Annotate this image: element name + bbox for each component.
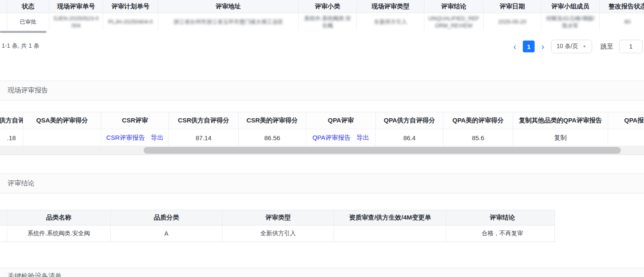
audit-conclusion-cell: 合格，不再复审 xyxy=(446,225,558,242)
section-title: 评审结论 xyxy=(8,179,35,188)
chevron-down-icon: ▼ xyxy=(582,44,587,48)
next-page-icon[interactable]: › xyxy=(541,42,545,51)
qpa-supplier-score-cell: 86.4 xyxy=(376,129,443,146)
conclusion-header-row: 品类名称 品质分类 评审类型 资质审查/供方生效/4M变更单 评审结论 xyxy=(0,210,554,225)
header-quality-class: 品质分类 xyxy=(111,210,223,225)
row-cut-column xyxy=(0,13,7,30)
header-category-name: 品类名称 xyxy=(7,210,111,225)
conclusion-cell: UNQUALIFIED_REFORM_REVIEW xyxy=(424,13,484,30)
report-status-cell: 60 xyxy=(600,13,644,30)
csr-report-link[interactable]: CSR评审报告 xyxy=(106,134,145,142)
csr-midea-score-cell: 86.56 xyxy=(239,129,306,146)
page-size-select[interactable]: 10 条/页 ▼ xyxy=(551,40,592,53)
header-qualification-4m: 资质审查/供方生效/4M变更单 xyxy=(334,210,446,225)
header-conclusion: 评审结论 xyxy=(424,0,484,13)
scores-header-row: QSA供方自评得分 QSA美的评审得分 CSR评审 CSR供方自评得分 CSR美… xyxy=(0,112,644,129)
copy-action[interactable]: 复制 xyxy=(554,134,567,142)
header-address: 评审地址 xyxy=(158,0,299,13)
header-csr-supplier-score: CSR供方自评得分 xyxy=(169,112,239,129)
csr-export-link[interactable]: 导出 xyxy=(151,134,163,142)
top-table-hscrollbar-thumb[interactable] xyxy=(0,31,46,33)
csr-supplier-score-cell: 87.14 xyxy=(169,129,239,146)
subcategory-cell: 系统件.系统阀类.安全阀 xyxy=(299,13,357,30)
report-scores-table: QSA供方自评得分 QSA美的评审得分 CSR评审 CSR供方自评得分 CSR美… xyxy=(0,112,644,146)
team-cell: 何晓东/白云峰/谭丽/陈水军 xyxy=(541,13,600,30)
qpa-export-link[interactable]: 导出 xyxy=(356,134,369,142)
qpa-report-link[interactable]: QPA评审报告 xyxy=(312,134,351,142)
csr-audit-cell: CSR评审报告导出 xyxy=(101,129,169,146)
header-subcategory: 评审小类 xyxy=(299,0,357,13)
plan-no-cell: PLJH-20250404-0 xyxy=(103,13,158,30)
scores-table-hscrollbar[interactable] xyxy=(0,146,644,155)
section-header-conclusion[interactable]: 评审结论 xyxy=(0,174,644,193)
audit-type-cell: 全新供方引入 xyxy=(357,13,424,30)
header-qpa-report-cut: QPA报告 xyxy=(608,112,644,129)
header-cut-column xyxy=(0,210,7,225)
audit-list-header-row: 状态 现场评审单号 评审计划单号 评审地址 评审小类 现场评审类型 评审结论 评… xyxy=(0,0,644,13)
quality-class-cell: A xyxy=(111,225,223,242)
header-date: 评审日期 xyxy=(484,0,541,13)
section-header-equipment-cut[interactable]: 关键检验设备清单 xyxy=(0,268,644,277)
header-copy-qpa-report: 复制其他品类的QPA评审报告 xyxy=(513,112,608,129)
pagination-bar: 第 1-1 条, 共 1 条 ‹ 1 › 10 条/页 ▼ 跳至 xyxy=(0,37,644,56)
page-size-value: 10 条/页 xyxy=(557,43,578,50)
section-header-report[interactable]: 现场评审报告 xyxy=(0,81,644,100)
top-table-hscrollbar[interactable] xyxy=(0,31,644,33)
section-title: 现场评审报告 xyxy=(8,86,48,95)
status-cell: 已审批 xyxy=(7,13,49,30)
audit-no-cell: SJEN-20250523-0004 xyxy=(49,13,103,30)
conclusion-table: 品类名称 品质分类 评审类型 资质审查/供方生效/4M变更单 评审结论 系统件.… xyxy=(0,210,555,242)
date-cell: 2025-05-20 xyxy=(484,13,541,30)
header-csr-audit: CSR评审 xyxy=(101,112,169,129)
header-report-status: 整改报告状态 xyxy=(600,0,644,13)
pagination-summary: 第 1-1 条, 共 1 条 xyxy=(0,42,39,50)
header-audit-no: 现场评审单号 xyxy=(49,0,103,13)
header-qsa-supplier-score: QSA供方自评得分 xyxy=(0,112,23,129)
header-qsa-midea-score: QSA美的评审得分 xyxy=(23,112,101,129)
pagination-controls: ‹ 1 › 10 条/页 ▼ 跳至 xyxy=(512,37,643,56)
audit-type-cell: 全新供方引入 xyxy=(223,225,334,242)
copy-qpa-report-cell: 复制 xyxy=(513,129,608,146)
header-qpa-audit: QPA评审 xyxy=(306,112,376,129)
header-csr-midea-score: CSR美的评审得分 xyxy=(239,112,306,129)
header-audit-type: 现场评审类型 xyxy=(357,0,424,13)
qsa-supplier-score-cell: .18 xyxy=(0,129,23,146)
qpa-report-cut-cell xyxy=(608,129,644,146)
jump-to-page-input[interactable] xyxy=(619,40,643,53)
qpa-audit-cell: QPA评审报告导出 xyxy=(306,129,376,146)
page-number-button[interactable]: 1 xyxy=(523,41,535,52)
header-audit-conclusion: 评审结论 xyxy=(446,210,558,225)
header-status: 状态 xyxy=(7,0,49,13)
header-plan-no: 评审计划单号 xyxy=(103,0,158,13)
address-cell: 浙江省台州市浙江省玉环市楚门镇大塘工业区 xyxy=(158,13,299,30)
qpa-midea-score-cell: 85.6 xyxy=(443,129,513,146)
qsa-midea-score-cell xyxy=(23,129,101,146)
category-name-cell: 系统件.系统阀类.安全阀 xyxy=(7,225,111,242)
table-row[interactable]: 已审批 SJEN-20250523-0004 PLJH-20250404-0 浙… xyxy=(0,13,644,30)
prev-page-icon[interactable]: ‹ xyxy=(512,42,517,51)
header-team: 评审小组成员 xyxy=(541,0,600,13)
row-cut-column xyxy=(0,225,7,242)
header-qpa-supplier-score: QPA供方自评得分 xyxy=(376,112,443,129)
qualification-4m-cell xyxy=(334,225,446,242)
header-qpa-midea-score: QPA美的评审得分 xyxy=(443,112,513,129)
scores-data-row: .18 CSR评审报告导出 87.14 86.56 QPA评审报告导出 86.4… xyxy=(0,129,644,146)
scores-table-hscrollbar-thumb[interactable] xyxy=(144,147,621,154)
header-cut-column xyxy=(0,0,7,13)
jump-to-label: 跳至 xyxy=(601,43,613,51)
audit-detail-page: 状态 现场评审单号 评审计划单号 评审地址 评审小类 现场评审类型 评审结论 评… xyxy=(0,0,644,277)
header-audit-type: 评审类型 xyxy=(223,210,334,225)
audit-list-table: 状态 现场评审单号 评审计划单号 评审地址 评审小类 现场评审类型 评审结论 评… xyxy=(0,0,644,30)
conclusion-data-row: 系统件.系统阀类.安全阀 A 全新供方引入 合格，不再复审 xyxy=(0,225,554,242)
section-title: 关键检验设备清单 xyxy=(8,272,62,277)
